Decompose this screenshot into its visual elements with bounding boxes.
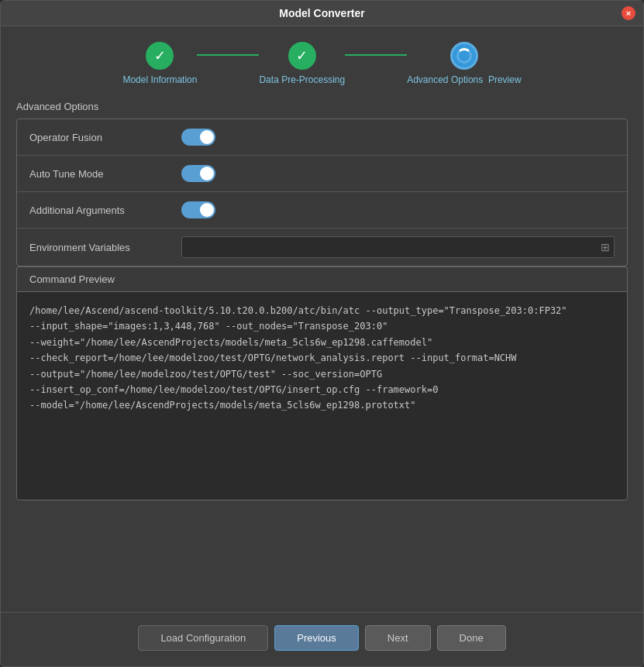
checkmark-icon: ✓ — [154, 47, 166, 64]
option-row-operator-fusion: Operator Fusion — [17, 119, 627, 156]
command-preview-box: /home/lee/Ascend/ascend-toolkit/5.10.t20… — [16, 291, 628, 500]
step-label-advanced: Advanced Options Preview — [407, 74, 521, 85]
footer: Load Configuration Previous Next Done — [1, 612, 643, 666]
advanced-options-box: Operator Fusion Auto Tune Mode Add — [16, 119, 628, 266]
dialog-title: Model Converter — [279, 7, 364, 19]
option-row-auto-tune: Auto Tune Mode — [17, 156, 627, 192]
step-model-information: ✓ Model Information — [122, 42, 197, 85]
operator-fusion-label: Operator Fusion — [29, 132, 169, 143]
auto-tune-toggle[interactable] — [181, 165, 215, 182]
main-content: Advanced Options Operator Fusion Auto Tu… — [1, 93, 643, 612]
auto-tune-label: Auto Tune Mode — [29, 168, 169, 180]
stepper: ✓ Model Information ✓ Data Pre-Processin… — [1, 26, 643, 93]
done-button[interactable]: Done — [437, 625, 506, 651]
next-button[interactable]: Next — [365, 625, 431, 651]
title-bar: Model Converter × — [1, 1, 643, 26]
operator-fusion-toggle[interactable] — [181, 129, 215, 146]
step-label-preprocessing: Data Pre-Processing — [259, 74, 345, 85]
checkmark-icon-2: ✓ — [296, 47, 308, 64]
step-circle-model-info: ✓ — [146, 42, 174, 70]
model-converter-dialog: Model Converter × ✓ Model Information ✓ … — [0, 0, 644, 667]
step-circle-preprocessing: ✓ — [288, 42, 316, 70]
step-advanced-options: Advanced Options Preview — [407, 42, 521, 85]
connector-1 — [197, 54, 259, 56]
step-circle-advanced — [450, 42, 478, 70]
step-data-preprocessing: ✓ Data Pre-Processing — [259, 42, 345, 85]
env-variables-label: Environment Variables — [29, 242, 169, 253]
option-row-additional-args: Additional Arguments — [17, 192, 627, 229]
step-label-model-info: Model Information — [122, 74, 197, 85]
connector-2 — [345, 54, 407, 56]
env-variables-row: Environment Variables ⊞ — [17, 229, 627, 266]
advanced-options-title: Advanced Options — [16, 101, 628, 112]
spinner-icon — [456, 48, 472, 64]
env-variables-input[interactable] — [181, 236, 615, 258]
env-input-container: ⊞ — [181, 236, 615, 258]
env-icon: ⊞ — [601, 241, 610, 253]
command-preview-text: /home/lee/Ascend/ascend-toolkit/5.10.t20… — [29, 305, 567, 411]
load-configuration-button[interactable]: Load Configuration — [138, 625, 268, 651]
command-preview-section: Command Preview /home/lee/Ascend/ascend-… — [16, 266, 628, 500]
additional-args-toggle[interactable] — [181, 201, 215, 218]
command-preview-title: Command Preview — [16, 266, 628, 291]
close-button[interactable]: × — [622, 6, 635, 20]
additional-args-label: Additional Arguments — [29, 205, 169, 216]
previous-button[interactable]: Previous — [274, 625, 359, 651]
